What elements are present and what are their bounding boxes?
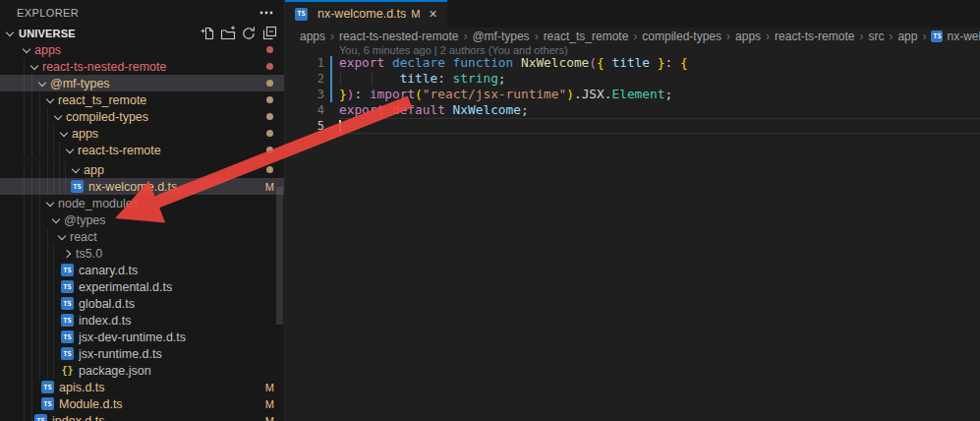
git-modified-badge: M: [265, 181, 274, 193]
indent-guide: [31, 362, 32, 379]
line-number: 2: [285, 71, 324, 87]
indent-guide: [39, 345, 40, 362]
indent-guide: [31, 91, 32, 108]
indent-guide: [47, 228, 48, 245]
tree-item-apps[interactable]: apps: [0, 41, 284, 58]
tree-item-label: compiled-types: [66, 110, 148, 124]
tree-item-jsx-dev-runtime.d.ts[interactable]: TSjsx-dev-runtime.d.ts: [0, 329, 284, 345]
tree-item-label: experimental.d.ts: [79, 280, 172, 294]
code-text: export declare function NxWelcome({ titl…: [339, 55, 980, 71]
tree-item-package.json[interactable]: {}package.json: [0, 362, 284, 379]
code-token: [672, 55, 680, 70]
code-line-2[interactable]: 2 title: string;: [285, 71, 980, 87]
code-token: string: [453, 71, 498, 86]
code-line-5[interactable]: 5: [285, 118, 980, 134]
git-status-dot: [266, 96, 273, 103]
typescript-icon: TS: [61, 264, 74, 276]
tree-item-apps[interactable]: apps: [0, 125, 284, 142]
new-file-icon[interactable]: [200, 26, 215, 41]
code-token: NxWelcome: [453, 102, 521, 117]
tree-item-label: ts5.0: [76, 247, 102, 261]
code-token: export: [339, 102, 384, 117]
tree-item-Module.d.ts[interactable]: TSModule.d.tsM: [0, 395, 284, 412]
indent-guide: [47, 125, 48, 142]
text-cursor: [339, 120, 341, 133]
git-modified-badge: M: [265, 398, 274, 410]
new-folder-icon[interactable]: [220, 26, 236, 41]
breadcrumb-item[interactable]: compiled-types: [642, 30, 721, 43]
tree-item-@mf-types[interactable]: @mf-types: [0, 75, 284, 91]
breadcrumb-item[interactable]: TSnx-welcome.d.ts: [931, 30, 980, 43]
tree-item-index.d.ts[interactable]: TSindex.d.ts: [0, 312, 284, 329]
close-icon[interactable]: ×: [429, 7, 436, 21]
more-actions-icon[interactable]: [259, 5, 274, 21]
tree-item-label: react: [70, 230, 97, 244]
breadcrumb-item[interactable]: apps: [735, 30, 761, 43]
indent-guide: [39, 125, 40, 142]
breadcrumb-item[interactable]: @mf-types: [472, 30, 529, 43]
tree-item-label: nx-welcome.d.ts: [88, 180, 177, 194]
code-token: :: [664, 55, 672, 70]
indent-guide: [53, 125, 54, 142]
tree-item-app[interactable]: app: [0, 161, 284, 178]
tree-item-compiled-types[interactable]: compiled-types: [0, 108, 284, 125]
indent-guide: [24, 345, 25, 362]
code-token: [384, 102, 392, 117]
tree-item-canary.d.ts[interactable]: TScanary.d.ts: [0, 262, 284, 278]
tree-item-react-ts-remote[interactable]: react-ts-remote: [0, 142, 284, 158]
tree-item-jsx-runtime.d.ts[interactable]: TSjsx-runtime.d.ts: [0, 345, 284, 362]
indent-guide: [53, 262, 54, 278]
code-line-3[interactable]: 3}): import("react/jsx-runtime").JSX.Ele…: [285, 87, 980, 102]
tree-item-global.d.ts[interactable]: TSglobal.d.ts: [0, 295, 284, 312]
indent-guide: [24, 228, 25, 245]
indent-guide: [24, 329, 25, 345]
breadcrumb-item[interactable]: src: [868, 30, 884, 43]
tree-item-@types[interactable]: @types: [0, 211, 284, 228]
breadcrumb-item[interactable]: app: [897, 30, 917, 43]
code-token: [384, 55, 392, 70]
breadcrumb-label: react-ts-nested-remote: [339, 30, 458, 43]
collapse-all-icon[interactable]: [261, 26, 277, 41]
tree-item-nx-welcome.d.ts[interactable]: TSnx-welcome.d.tsM: [0, 178, 284, 195]
code-token: [650, 55, 658, 70]
tree-item-label: react-ts-nested-remote: [42, 60, 166, 74]
code-line-1[interactable]: 1export declare function NxWelcome({ tit…: [285, 55, 980, 71]
tree-item-node_modules[interactable]: node_modules: [0, 195, 284, 211]
explorer-scrollbar[interactable]: [276, 187, 283, 325]
tree-item-apis.d.ts[interactable]: TSapis.d.tsM: [0, 379, 284, 395]
code-line-4[interactable]: 4export default NxWelcome;: [285, 102, 980, 118]
tab-nx-welcome[interactable]: TS nx-welcome.d.ts M ×: [285, 0, 447, 28]
code-token: import: [370, 87, 415, 101]
tree-item-index.d.ts[interactable]: TSindex.d.tsM: [0, 412, 284, 421]
refresh-icon[interactable]: [241, 26, 257, 41]
breadcrumbs: apps›react-ts-nested-remote›@mf-types›re…: [285, 28, 980, 45]
indent-guide: [24, 125, 25, 142]
breadcrumb-item[interactable]: react-ts-nested-remote: [339, 30, 458, 43]
breadcrumb-separator: ›: [859, 30, 863, 43]
indent-guide: [39, 211, 40, 228]
git-status-dot: [266, 113, 273, 120]
code-token: ;: [521, 102, 529, 117]
breadcrumb-separator: ›: [889, 30, 893, 43]
tab-label: nx-welcome.d.ts: [317, 7, 406, 21]
workspace-section-header[interactable]: UNIVERSE: [0, 24, 284, 43]
git-modified-badge: M: [265, 415, 274, 421]
code-editor[interactable]: You, 6 minutes ago | 2 authors (You and …: [285, 45, 980, 421]
breadcrumb-item[interactable]: apps: [300, 30, 325, 43]
tree-item-label: canary.d.ts: [79, 264, 138, 277]
tree-item-react_ts_remote[interactable]: react_ts_remote: [0, 91, 284, 108]
breadcrumb-item[interactable]: react_ts_remote: [544, 30, 629, 43]
code-token: [513, 55, 521, 70]
git-status-dot: [266, 63, 273, 70]
tree-item-ts5.0[interactable]: ts5.0: [0, 245, 284, 262]
breadcrumb-item[interactable]: react-ts-remote: [775, 30, 854, 43]
indent-guide: [31, 125, 32, 142]
tree-item-react-ts-nested-remote[interactable]: react-ts-nested-remote: [0, 58, 284, 75]
indent-guide: [24, 75, 25, 91]
tree-item-experimental.d.ts[interactable]: TSexperimental.d.ts: [0, 278, 284, 295]
code-text: }): import("react/jsx-runtime").JSX.Elem…: [339, 87, 980, 102]
git-status-dot: [266, 166, 273, 173]
code-token: default: [392, 102, 445, 117]
tree-item-react[interactable]: react: [0, 228, 284, 245]
git-status-dot: [266, 130, 273, 137]
